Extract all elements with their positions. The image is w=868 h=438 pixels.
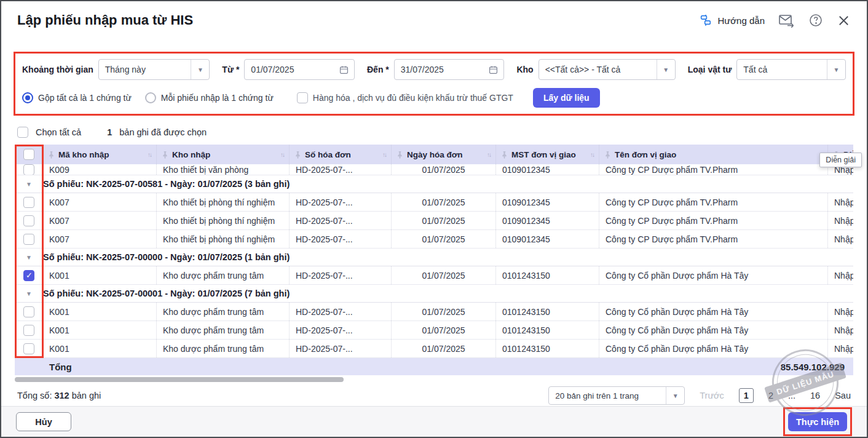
table-cell: Kho dược phẩm trung tâm [156, 303, 289, 321]
column-header-kho-nhap[interactable]: Kho nhập ↑↓ [156, 145, 289, 164]
row-checkbox[interactable] [23, 164, 34, 175]
table-cell: 01/07/2025 [391, 321, 495, 339]
page-title: Lập phiếu nhập mua từ HIS [17, 12, 193, 28]
table-cell: HD-2025-07-... [289, 266, 391, 284]
table-cell: Nhập k [827, 230, 853, 248]
from-date-input[interactable]: 01/07/2025 [244, 59, 355, 80]
column-header-mst-don-vi-giao[interactable]: MST đơn vị giao ↑↓ [495, 145, 599, 164]
period-select[interactable]: Tháng này ▼ [98, 59, 210, 80]
table-cell: 01/07/2025 [391, 303, 495, 321]
column-header-ten-don-vi-giao[interactable]: Tên đơn vị giao ↑↓ [599, 145, 827, 164]
footer-bar: Hủy Thực hiện [1, 406, 867, 437]
group-header-label: Số phiếu: NK-2025-07-00581 - Ngày: 01/07… [43, 179, 290, 189]
column-header-ma-kho-nhap[interactable]: Mã kho nhập ↑↓ [43, 145, 156, 164]
selected-count: 1 [107, 127, 112, 137]
radio-merge-all-label[interactable]: Gộp tất cả là 1 chứng từ [38, 93, 132, 103]
to-date-input[interactable]: 31/07/2025 [394, 59, 505, 80]
page-size-select[interactable]: 20 bản ghi trên 1 trang ▼ [548, 386, 685, 405]
pin-icon [604, 151, 611, 159]
group-header-row[interactable]: ▼ Số phiếu: NK-2025-07-00000 - Ngày: 01/… [15, 249, 853, 266]
table-row[interactable]: K007 Kho thiết bị phòng thí nghiệm HD-20… [15, 212, 853, 230]
to-date-label: Đến * [367, 65, 389, 74]
table-cell: Kho dược phẩm trung tâm [156, 266, 289, 284]
radio-merge-all[interactable] [22, 92, 33, 103]
table-cell: 0101243150 [495, 266, 599, 284]
horizontal-scrollbar-thumb[interactable] [15, 377, 344, 382]
vat-checkbox-label[interactable]: Hàng hóa , dịch vụ đủ điều kiện khấu trừ… [313, 93, 513, 103]
pin-icon [501, 151, 508, 159]
sort-icon[interactable]: ↑↓ [382, 151, 386, 158]
table-cell: 01/07/2025 [391, 164, 495, 175]
sort-icon[interactable]: ↑↓ [280, 151, 284, 158]
table-cell: 0109012345 [495, 164, 599, 175]
warehouse-select[interactable]: <<Tất cả>> - Tất cả ▼ [539, 59, 676, 80]
pin-icon [162, 151, 168, 159]
sort-icon[interactable]: ↑↓ [590, 151, 594, 158]
pagination-ellipsis[interactable]: ... [788, 391, 795, 400]
select-all-label[interactable]: Chọn tất cả [36, 127, 81, 137]
calendar-icon[interactable] [483, 65, 503, 75]
table-cell: Kho thiết bị phòng thí nghiệm [156, 193, 289, 211]
annotation-submit-button: Thực hiện [788, 412, 847, 431]
column-header-so-hoa-don[interactable]: Số hóa đơn ↑↓ [289, 145, 391, 164]
titlebar: Lập phiếu nhập mua từ HIS Hướng dẫn [1, 1, 867, 39]
chevron-down-icon: ▼ [191, 60, 209, 79]
guide-link[interactable]: Hướng dẫn [699, 14, 765, 27]
table-cell: K001 [43, 325, 156, 335]
pin-icon [397, 151, 403, 159]
table-row[interactable]: K007 Kho thiết bị phòng thí nghiệm HD-20… [15, 193, 853, 212]
pagination-prev[interactable]: Trước [700, 391, 724, 400]
collapse-caret-icon[interactable]: ▼ [15, 290, 43, 297]
pagination-page-16[interactable]: 16 [810, 391, 820, 400]
header-select-checkbox[interactable] [23, 149, 34, 160]
sort-icon[interactable]: ↑↓ [148, 151, 151, 158]
pagination-page-1[interactable]: 1 [739, 388, 754, 403]
table-cell: Công ty CP Dược phẩm TV.Pharm [599, 212, 827, 229]
table-cell: 0101243150 [495, 340, 599, 357]
total-row: Tổng 85.549.102.929 [15, 358, 853, 375]
table-cell: Kho dược phẩm trung tâm [156, 340, 289, 357]
warehouse-label: Kho [516, 65, 533, 74]
row-checkbox[interactable] [23, 343, 34, 354]
table-header-row: Mã kho nhập ↑↓ Kho nhập ↑↓ Số hóa đơn ↑↓… [15, 145, 853, 164]
table-row[interactable]: K001 Kho dược phẩm trung tâm HD-2025-07-… [15, 321, 853, 340]
close-icon[interactable] [837, 14, 851, 28]
row-checkbox[interactable] [23, 325, 34, 336]
material-type-select[interactable]: Tất cả ▼ [736, 59, 846, 80]
row-checkbox[interactable] [23, 197, 34, 208]
table-cell: 0109012345 [495, 212, 599, 229]
table-row[interactable]: K001 Kho dược phẩm trung tâm HD-2025-07-… [15, 340, 853, 358]
table-row-selected[interactable]: K001 Kho dược phẩm trung tâm HD-2025-07-… [15, 266, 853, 285]
from-date-label: Từ * [222, 65, 239, 74]
column-header-ngay-hoa-don[interactable]: Ngày hóa đơn ↑↓ [391, 145, 495, 164]
group-header-row[interactable]: ▼ Số phiếu: NK-2025-07-00581 - Ngày: 01/… [15, 175, 853, 193]
pagination-page-2[interactable]: 2 [768, 391, 773, 400]
fetch-data-button[interactable]: Lấy dữ liệu [533, 88, 600, 108]
table-cell: K009 [43, 165, 156, 175]
submit-button[interactable]: Thực hiện [788, 412, 847, 431]
mail-feedback-icon[interactable] [778, 14, 795, 28]
chevron-down-icon: ▼ [827, 60, 845, 79]
cancel-button[interactable]: Hủy [16, 412, 71, 431]
group-header-row[interactable]: ▼ Số phiếu: NK-2025-07-00001 - Ngày: 01/… [15, 285, 853, 303]
group-header-label: Số phiếu: NK-2025-07-00000 - Ngày: 01/07… [43, 252, 290, 262]
collapse-caret-icon[interactable]: ▼ [15, 181, 43, 188]
vat-checkbox[interactable] [297, 92, 308, 103]
help-icon[interactable] [808, 13, 823, 28]
sort-icon[interactable]: ↑↓ [487, 151, 491, 158]
calendar-icon[interactable] [333, 65, 354, 75]
row-checkbox[interactable] [23, 215, 34, 226]
row-checkbox[interactable] [23, 234, 34, 245]
radio-per-receipt-label[interactable]: Mỗi phiếu nhập là 1 chứng từ [161, 93, 274, 103]
table-cell: K007 [43, 216, 156, 226]
select-all-checkbox[interactable] [17, 127, 28, 138]
table-row[interactable]: K009 Kho thiết bị văn phòng HD-2025-07-.… [15, 164, 853, 175]
row-checkbox-checked[interactable] [23, 270, 34, 281]
table-row[interactable]: K001 Kho dược phẩm trung tâm HD-2025-07-… [15, 303, 853, 321]
radio-per-receipt[interactable] [145, 92, 156, 103]
row-checkbox[interactable] [23, 306, 34, 317]
collapse-caret-icon[interactable]: ▼ [15, 254, 43, 261]
pagination-next[interactable]: Sau [835, 391, 851, 400]
table-row[interactable]: K007 Kho thiết bị phòng thí nghiệm HD-20… [15, 230, 853, 249]
selection-bar: Chọn tất cả 1 bản ghi đã được chọn [17, 127, 851, 138]
